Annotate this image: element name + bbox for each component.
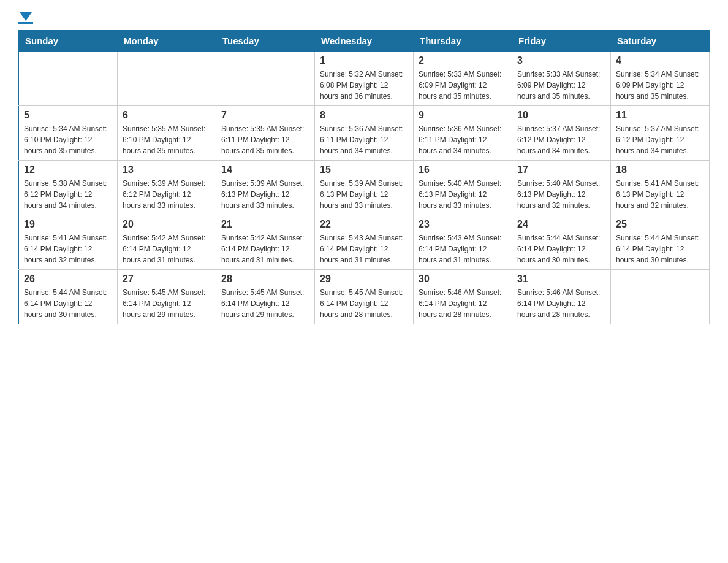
calendar-week-row: 1Sunrise: 5:32 AM Sunset: 6:08 PM Daylig… xyxy=(19,52,710,106)
calendar-header-row: SundayMondayTuesdayWednesdayThursdayFrid… xyxy=(19,31,710,52)
day-number: 29 xyxy=(320,274,408,285)
day-header-wednesday: Wednesday xyxy=(315,31,414,52)
day-number: 3 xyxy=(517,55,605,66)
day-info: Sunrise: 5:39 AM Sunset: 6:13 PM Dayligh… xyxy=(221,178,309,211)
day-info: Sunrise: 5:44 AM Sunset: 6:14 PM Dayligh… xyxy=(24,287,112,320)
day-header-monday: Monday xyxy=(118,31,216,52)
day-info: Sunrise: 5:35 AM Sunset: 6:10 PM Dayligh… xyxy=(123,123,211,156)
day-info: Sunrise: 5:40 AM Sunset: 6:13 PM Dayligh… xyxy=(517,178,605,211)
day-number: 18 xyxy=(616,164,704,175)
day-info: Sunrise: 5:45 AM Sunset: 6:14 PM Dayligh… xyxy=(221,287,309,320)
calendar-table: SundayMondayTuesdayWednesdayThursdayFrid… xyxy=(18,30,710,324)
calendar-cell: 9Sunrise: 5:36 AM Sunset: 6:11 PM Daylig… xyxy=(414,106,512,161)
calendar-cell: 14Sunrise: 5:39 AM Sunset: 6:13 PM Dayli… xyxy=(216,161,315,215)
day-header-tuesday: Tuesday xyxy=(216,31,315,52)
day-info: Sunrise: 5:44 AM Sunset: 6:14 PM Dayligh… xyxy=(616,232,704,266)
calendar-cell: 19Sunrise: 5:41 AM Sunset: 6:14 PM Dayli… xyxy=(19,215,118,270)
day-header-sunday: Sunday xyxy=(19,31,118,52)
day-header-friday: Friday xyxy=(512,31,611,52)
day-info: Sunrise: 5:33 AM Sunset: 6:09 PM Dayligh… xyxy=(517,69,605,102)
day-number: 22 xyxy=(320,219,408,230)
calendar-cell: 11Sunrise: 5:37 AM Sunset: 6:12 PM Dayli… xyxy=(611,106,710,161)
calendar-week-row: 12Sunrise: 5:38 AM Sunset: 6:12 PM Dayli… xyxy=(19,161,710,215)
calendar-cell: 26Sunrise: 5:44 AM Sunset: 6:14 PM Dayli… xyxy=(19,270,118,324)
day-info: Sunrise: 5:41 AM Sunset: 6:13 PM Dayligh… xyxy=(616,178,704,211)
calendar-week-row: 5Sunrise: 5:34 AM Sunset: 6:10 PM Daylig… xyxy=(19,106,710,161)
day-number: 13 xyxy=(123,164,211,175)
day-info: Sunrise: 5:46 AM Sunset: 6:14 PM Dayligh… xyxy=(419,287,507,320)
calendar-cell xyxy=(611,270,710,324)
day-number: 14 xyxy=(221,164,309,175)
calendar-cell: 16Sunrise: 5:40 AM Sunset: 6:13 PM Dayli… xyxy=(414,161,512,215)
calendar-week-row: 19Sunrise: 5:41 AM Sunset: 6:14 PM Dayli… xyxy=(19,215,710,270)
calendar-cell: 15Sunrise: 5:39 AM Sunset: 6:13 PM Dayli… xyxy=(315,161,414,215)
day-info: Sunrise: 5:43 AM Sunset: 6:14 PM Dayligh… xyxy=(320,232,408,266)
day-info: Sunrise: 5:40 AM Sunset: 6:13 PM Dayligh… xyxy=(419,178,507,211)
day-info: Sunrise: 5:44 AM Sunset: 6:14 PM Dayligh… xyxy=(517,232,605,266)
day-number: 6 xyxy=(123,110,211,121)
calendar-cell: 13Sunrise: 5:39 AM Sunset: 6:12 PM Dayli… xyxy=(118,161,216,215)
calendar-cell: 12Sunrise: 5:38 AM Sunset: 6:12 PM Dayli… xyxy=(19,161,118,215)
day-number: 9 xyxy=(419,110,507,121)
day-info: Sunrise: 5:32 AM Sunset: 6:08 PM Dayligh… xyxy=(320,69,408,102)
day-number: 30 xyxy=(419,274,507,285)
day-number: 12 xyxy=(24,164,112,175)
day-number: 16 xyxy=(419,164,507,175)
calendar-cell: 7Sunrise: 5:35 AM Sunset: 6:11 PM Daylig… xyxy=(216,106,315,161)
calendar-cell: 18Sunrise: 5:41 AM Sunset: 6:13 PM Dayli… xyxy=(611,161,710,215)
day-info: Sunrise: 5:42 AM Sunset: 6:14 PM Dayligh… xyxy=(221,232,309,266)
day-number: 26 xyxy=(24,274,112,285)
day-info: Sunrise: 5:33 AM Sunset: 6:09 PM Dayligh… xyxy=(419,69,507,102)
day-info: Sunrise: 5:36 AM Sunset: 6:11 PM Dayligh… xyxy=(320,123,408,156)
calendar-cell xyxy=(216,52,315,106)
day-number: 11 xyxy=(616,110,704,121)
day-header-thursday: Thursday xyxy=(414,31,512,52)
day-info: Sunrise: 5:35 AM Sunset: 6:11 PM Dayligh… xyxy=(221,123,309,156)
calendar-cell: 28Sunrise: 5:45 AM Sunset: 6:14 PM Dayli… xyxy=(216,270,315,324)
day-info: Sunrise: 5:39 AM Sunset: 6:12 PM Dayligh… xyxy=(123,178,211,211)
day-number: 25 xyxy=(616,219,704,230)
day-info: Sunrise: 5:37 AM Sunset: 6:12 PM Dayligh… xyxy=(616,123,704,156)
day-info: Sunrise: 5:34 AM Sunset: 6:10 PM Dayligh… xyxy=(24,123,112,156)
calendar-cell: 29Sunrise: 5:45 AM Sunset: 6:14 PM Dayli… xyxy=(315,270,414,324)
calendar-cell: 27Sunrise: 5:45 AM Sunset: 6:14 PM Dayli… xyxy=(118,270,216,324)
day-info: Sunrise: 5:41 AM Sunset: 6:14 PM Dayligh… xyxy=(24,232,112,266)
day-number: 4 xyxy=(616,55,704,66)
calendar-cell: 5Sunrise: 5:34 AM Sunset: 6:10 PM Daylig… xyxy=(19,106,118,161)
day-info: Sunrise: 5:38 AM Sunset: 6:12 PM Dayligh… xyxy=(24,178,112,211)
day-number: 8 xyxy=(320,110,408,121)
calendar-cell xyxy=(118,52,216,106)
calendar-cell xyxy=(19,52,118,106)
page-header xyxy=(18,12,710,24)
calendar-cell: 24Sunrise: 5:44 AM Sunset: 6:14 PM Dayli… xyxy=(512,215,611,270)
calendar-cell: 25Sunrise: 5:44 AM Sunset: 6:14 PM Dayli… xyxy=(611,215,710,270)
calendar-cell: 3Sunrise: 5:33 AM Sunset: 6:09 PM Daylig… xyxy=(512,52,611,106)
day-number: 10 xyxy=(517,110,605,121)
day-number: 24 xyxy=(517,219,605,230)
calendar-cell: 31Sunrise: 5:46 AM Sunset: 6:14 PM Dayli… xyxy=(512,270,611,324)
calendar-cell: 17Sunrise: 5:40 AM Sunset: 6:13 PM Dayli… xyxy=(512,161,611,215)
calendar-cell: 21Sunrise: 5:42 AM Sunset: 6:14 PM Dayli… xyxy=(216,215,315,270)
day-number: 27 xyxy=(123,274,211,285)
day-number: 5 xyxy=(24,110,112,121)
calendar-week-row: 26Sunrise: 5:44 AM Sunset: 6:14 PM Dayli… xyxy=(19,270,710,324)
calendar-cell: 4Sunrise: 5:34 AM Sunset: 6:09 PM Daylig… xyxy=(611,52,710,106)
calendar-cell: 6Sunrise: 5:35 AM Sunset: 6:10 PM Daylig… xyxy=(118,106,216,161)
day-info: Sunrise: 5:45 AM Sunset: 6:14 PM Dayligh… xyxy=(123,287,211,320)
day-info: Sunrise: 5:34 AM Sunset: 6:09 PM Dayligh… xyxy=(616,69,704,102)
calendar-cell: 2Sunrise: 5:33 AM Sunset: 6:09 PM Daylig… xyxy=(414,52,512,106)
day-info: Sunrise: 5:39 AM Sunset: 6:13 PM Dayligh… xyxy=(320,178,408,211)
calendar-cell: 22Sunrise: 5:43 AM Sunset: 6:14 PM Dayli… xyxy=(315,215,414,270)
day-number: 23 xyxy=(419,219,507,230)
calendar-cell: 10Sunrise: 5:37 AM Sunset: 6:12 PM Dayli… xyxy=(512,106,611,161)
day-number: 20 xyxy=(123,219,211,230)
day-info: Sunrise: 5:36 AM Sunset: 6:11 PM Dayligh… xyxy=(419,123,507,156)
day-header-saturday: Saturday xyxy=(611,31,710,52)
day-number: 17 xyxy=(517,164,605,175)
day-number: 15 xyxy=(320,164,408,175)
logo xyxy=(18,12,33,24)
logo-underline xyxy=(18,22,33,24)
day-number: 1 xyxy=(320,55,408,66)
day-number: 19 xyxy=(24,219,112,230)
day-number: 31 xyxy=(517,274,605,285)
